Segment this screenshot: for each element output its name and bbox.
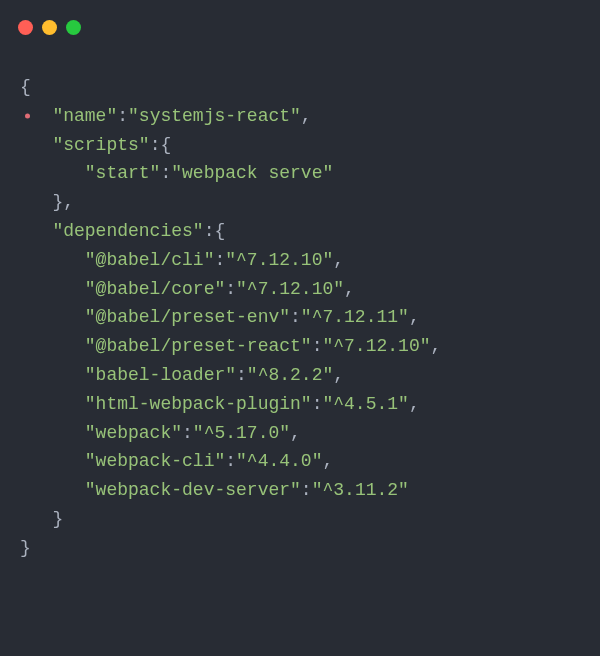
code-line: "webpack-cli":"^4.4.0", — [20, 447, 580, 476]
comma: , — [322, 451, 333, 471]
code-block: { "name":"systemjs-react", "scripts":{ "… — [0, 45, 600, 583]
code-line: "html-webpack-plugin":"^4.5.1", — [20, 390, 580, 419]
colon: : — [117, 106, 128, 126]
maximize-icon[interactable] — [66, 20, 81, 35]
code-line: "webpack":"^5.17.0", — [20, 419, 580, 448]
code-line: "webpack-dev-server":"^3.11.2" — [20, 476, 580, 505]
json-key: "webpack-cli" — [85, 451, 225, 471]
colon: : — [160, 163, 171, 183]
colon: : — [312, 336, 323, 356]
code-line: } — [20, 505, 580, 534]
colon: : — [312, 394, 323, 414]
close-icon[interactable] — [18, 20, 33, 35]
code-line: "dependencies":{ — [20, 217, 580, 246]
code-line: } — [20, 534, 580, 563]
code-line: "name":"systemjs-react", — [20, 102, 580, 131]
colon-brace: :{ — [150, 135, 172, 155]
json-value: "^4.4.0" — [236, 451, 322, 471]
json-key: "dependencies" — [52, 221, 203, 241]
comma: , — [409, 394, 420, 414]
code-line: }, — [20, 188, 580, 217]
comma: , — [301, 106, 312, 126]
colon: : — [214, 250, 225, 270]
json-value: "^4.5.1" — [322, 394, 408, 414]
json-key: "@babel/preset-react" — [85, 336, 312, 356]
code-line: "@babel/preset-react":"^7.12.10", — [20, 332, 580, 361]
brace: { — [20, 77, 31, 97]
code-line: "scripts":{ — [20, 131, 580, 160]
brace-comma: }, — [52, 192, 74, 212]
json-value: "^8.2.2" — [247, 365, 333, 385]
comma: , — [290, 423, 301, 443]
comma: , — [333, 250, 344, 270]
json-value: "^3.11.2" — [312, 480, 409, 500]
brace: } — [20, 538, 31, 558]
comma: , — [333, 365, 344, 385]
json-value: "webpack serve" — [171, 163, 333, 183]
json-key: "name" — [52, 106, 117, 126]
colon: : — [236, 365, 247, 385]
json-key: "scripts" — [52, 135, 149, 155]
json-value: "^7.12.11" — [301, 307, 409, 327]
colon-brace: :{ — [204, 221, 226, 241]
json-key: "babel-loader" — [85, 365, 236, 385]
code-line: { — [20, 73, 580, 102]
json-key: "@babel/cli" — [85, 250, 215, 270]
comma: , — [344, 279, 355, 299]
comma: , — [431, 336, 442, 356]
json-key: "@babel/core" — [85, 279, 225, 299]
code-line: "@babel/cli":"^7.12.10", — [20, 246, 580, 275]
json-value: "systemjs-react" — [128, 106, 301, 126]
json-key: "webpack-dev-server" — [85, 480, 301, 500]
json-value: "^5.17.0" — [193, 423, 290, 443]
colon: : — [290, 307, 301, 327]
diff-marker-icon — [25, 114, 30, 119]
json-key: "start" — [85, 163, 161, 183]
colon: : — [301, 480, 312, 500]
comma: , — [409, 307, 420, 327]
code-line: "babel-loader":"^8.2.2", — [20, 361, 580, 390]
traffic-light-controls — [0, 0, 600, 45]
json-key: "html-webpack-plugin" — [85, 394, 312, 414]
json-value: "^7.12.10" — [236, 279, 344, 299]
colon: : — [225, 451, 236, 471]
code-line: "@babel/preset-env":"^7.12.11", — [20, 303, 580, 332]
colon: : — [182, 423, 193, 443]
json-value: "^7.12.10" — [322, 336, 430, 356]
colon: : — [225, 279, 236, 299]
brace: } — [52, 509, 63, 529]
json-key: "@babel/preset-env" — [85, 307, 290, 327]
minimize-icon[interactable] — [42, 20, 57, 35]
code-line: "@babel/core":"^7.12.10", — [20, 275, 580, 304]
json-value: "^7.12.10" — [225, 250, 333, 270]
json-key: "webpack" — [85, 423, 182, 443]
code-line: "start":"webpack serve" — [20, 159, 580, 188]
